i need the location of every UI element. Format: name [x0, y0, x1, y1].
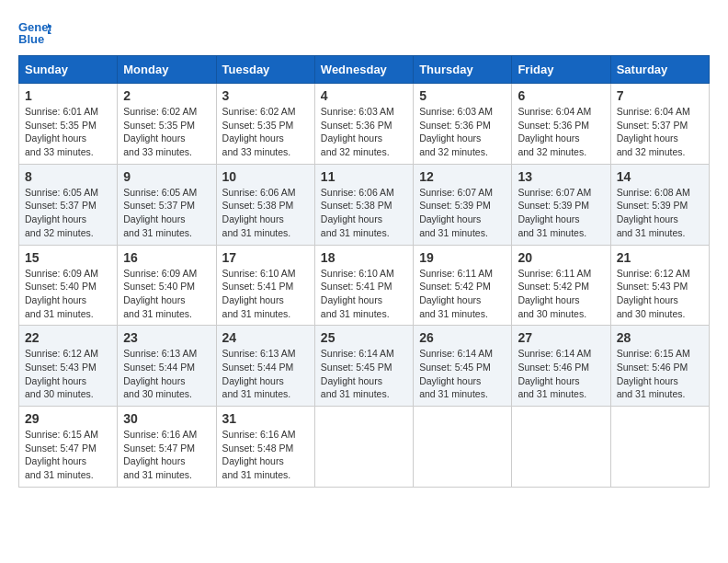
daylight-label: Daylight hours	[617, 132, 678, 144]
column-header-wednesday: Wednesday	[314, 56, 413, 84]
daylight-value: and 31 minutes.	[419, 227, 488, 238]
column-header-tuesday: Tuesday	[216, 56, 314, 84]
day-number: 4	[321, 88, 407, 103]
day-number: 19	[419, 250, 506, 265]
daylight-label: Daylight hours	[419, 132, 481, 144]
calendar-cell: 16 Sunrise: 6:09 AM Sunset: 5:40 PM Dayl…	[118, 245, 216, 326]
calendar-cell: 20 Sunrise: 6:11 AM Sunset: 5:42 PM Dayl…	[512, 245, 610, 326]
sunrise-label: Sunrise: 6:02 AM	[123, 106, 197, 117]
day-number: 2	[123, 88, 210, 103]
calendar-cell: 6 Sunrise: 6:04 AM Sunset: 5:36 PM Dayli…	[512, 84, 610, 165]
sunrise-label: Sunrise: 6:10 AM	[321, 268, 394, 279]
calendar-cell: 12 Sunrise: 6:07 AM Sunset: 5:39 PM Dayl…	[414, 164, 512, 245]
sunrise-label: Sunrise: 6:16 AM	[222, 429, 296, 440]
day-info: Sunrise: 6:04 AM Sunset: 5:36 PM Dayligh…	[518, 105, 604, 159]
sunrise-label: Sunrise: 6:04 AM	[518, 106, 591, 117]
calendar-cell: 15 Sunrise: 6:09 AM Sunset: 5:40 PM Dayl…	[19, 245, 118, 326]
day-number: 29	[25, 411, 111, 426]
calendar-cell: 31 Sunrise: 6:16 AM Sunset: 5:48 PM Dayl…	[216, 407, 314, 488]
sunset-label: Sunset: 5:36 PM	[321, 120, 392, 131]
sunrise-label: Sunrise: 6:14 AM	[321, 348, 394, 359]
day-number: 21	[617, 250, 703, 265]
column-header-sunday: Sunday	[19, 56, 118, 84]
day-info: Sunrise: 6:07 AM Sunset: 5:39 PM Dayligh…	[518, 186, 604, 240]
day-info: Sunrise: 6:13 AM Sunset: 5:44 PM Dayligh…	[123, 347, 210, 401]
calendar-cell: 14 Sunrise: 6:08 AM Sunset: 5:39 PM Dayl…	[610, 164, 709, 245]
sunrise-label: Sunrise: 6:09 AM	[25, 268, 98, 279]
svg-text:Blue: Blue	[18, 32, 44, 46]
sunrise-label: Sunrise: 6:11 AM	[518, 268, 591, 279]
day-number: 18	[321, 250, 407, 265]
daylight-value: and 30 minutes.	[123, 388, 192, 399]
daylight-value: and 31 minutes.	[25, 469, 94, 480]
day-info: Sunrise: 6:12 AM Sunset: 5:43 PM Dayligh…	[617, 267, 703, 321]
sunset-label: Sunset: 5:45 PM	[419, 362, 491, 373]
day-number: 12	[419, 169, 506, 184]
sunset-label: Sunset: 5:37 PM	[123, 200, 195, 211]
column-header-saturday: Saturday	[610, 56, 709, 84]
day-number: 23	[123, 330, 210, 345]
day-info: Sunrise: 6:02 AM Sunset: 5:35 PM Dayligh…	[123, 105, 210, 159]
day-number: 25	[321, 330, 407, 345]
sunset-label: Sunset: 5:43 PM	[25, 362, 97, 373]
daylight-value: and 31 minutes.	[321, 308, 390, 319]
day-number: 16	[123, 250, 210, 265]
sunset-label: Sunset: 5:35 PM	[25, 120, 97, 131]
logo: General Blue	[18, 18, 57, 46]
sunrise-label: Sunrise: 6:14 AM	[419, 348, 493, 359]
daylight-value: and 31 minutes.	[25, 308, 94, 319]
day-info: Sunrise: 6:01 AM Sunset: 5:35 PM Dayligh…	[25, 105, 111, 159]
day-info: Sunrise: 6:06 AM Sunset: 5:38 PM Dayligh…	[222, 186, 309, 240]
sunset-label: Sunset: 5:47 PM	[25, 442, 97, 454]
calendar-cell: 2 Sunrise: 6:02 AM Sunset: 5:35 PM Dayli…	[118, 84, 216, 165]
day-info: Sunrise: 6:15 AM Sunset: 5:47 PM Dayligh…	[25, 428, 111, 482]
calendar-header-row: SundayMondayTuesdayWednesdayThursdayFrid…	[19, 56, 710, 84]
day-info: Sunrise: 6:09 AM Sunset: 5:40 PM Dayligh…	[25, 267, 111, 321]
daylight-value: and 31 minutes.	[617, 388, 686, 399]
sunset-label: Sunset: 5:35 PM	[123, 120, 195, 131]
calendar-cell: 26 Sunrise: 6:14 AM Sunset: 5:45 PM Dayl…	[414, 326, 512, 407]
daylight-label: Daylight hours	[419, 375, 481, 386]
sunrise-label: Sunrise: 6:06 AM	[321, 187, 394, 198]
day-number: 7	[617, 88, 703, 103]
daylight-value: and 32 minutes.	[617, 146, 686, 157]
day-info: Sunrise: 6:16 AM Sunset: 5:48 PM Dayligh…	[222, 428, 309, 482]
daylight-value: and 30 minutes.	[617, 308, 686, 319]
day-number: 1	[25, 88, 111, 103]
calendar-cell: 29 Sunrise: 6:15 AM Sunset: 5:47 PM Dayl…	[19, 407, 118, 488]
day-info: Sunrise: 6:16 AM Sunset: 5:47 PM Dayligh…	[123, 428, 210, 482]
sunrise-label: Sunrise: 6:05 AM	[25, 187, 98, 198]
day-info: Sunrise: 6:11 AM Sunset: 5:42 PM Dayligh…	[518, 267, 604, 321]
daylight-value: and 33 minutes.	[222, 146, 291, 157]
day-number: 30	[123, 411, 210, 426]
daylight-value: and 31 minutes.	[222, 388, 291, 399]
sunset-label: Sunset: 5:37 PM	[617, 120, 688, 131]
daylight-label: Daylight hours	[222, 375, 284, 386]
sunrise-label: Sunrise: 6:16 AM	[123, 429, 197, 440]
column-header-thursday: Thursday	[414, 56, 512, 84]
daylight-label: Daylight hours	[25, 213, 86, 224]
sunrise-label: Sunrise: 6:15 AM	[25, 429, 98, 440]
sunrise-label: Sunrise: 6:01 AM	[25, 106, 98, 117]
day-number: 11	[321, 169, 407, 184]
daylight-value: and 32 minutes.	[518, 146, 586, 157]
calendar-cell: 30 Sunrise: 6:16 AM Sunset: 5:47 PM Dayl…	[118, 407, 216, 488]
day-number: 28	[617, 330, 703, 345]
daylight-label: Daylight hours	[222, 213, 284, 224]
day-number: 14	[617, 169, 703, 184]
calendar-cell: 1 Sunrise: 6:01 AM Sunset: 5:35 PM Dayli…	[19, 84, 118, 165]
daylight-label: Daylight hours	[123, 213, 185, 224]
sunrise-label: Sunrise: 6:07 AM	[518, 187, 591, 198]
sunset-label: Sunset: 5:40 PM	[25, 281, 97, 292]
day-number: 15	[25, 250, 111, 265]
sunrise-label: Sunrise: 6:06 AM	[222, 187, 296, 198]
day-number: 6	[518, 88, 604, 103]
daylight-value: and 32 minutes.	[419, 146, 488, 157]
sunset-label: Sunset: 5:42 PM	[419, 281, 491, 292]
calendar-cell: 13 Sunrise: 6:07 AM Sunset: 5:39 PM Dayl…	[512, 164, 610, 245]
sunset-label: Sunset: 5:47 PM	[123, 442, 195, 454]
sunset-label: Sunset: 5:42 PM	[518, 281, 589, 292]
sunset-label: Sunset: 5:48 PM	[222, 442, 294, 454]
daylight-value: and 31 minutes.	[617, 227, 686, 238]
day-info: Sunrise: 6:14 AM Sunset: 5:45 PM Dayligh…	[419, 347, 506, 401]
